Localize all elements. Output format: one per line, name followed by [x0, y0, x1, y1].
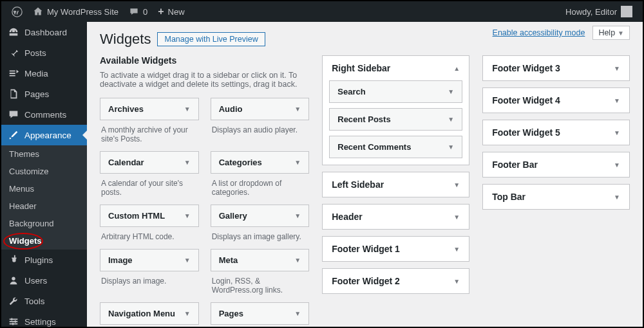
menu-item-settings[interactable]: Settings	[1, 311, 87, 328]
new-label: New	[168, 7, 185, 17]
help-button[interactable]: Help ▼	[592, 26, 630, 40]
widget-handle-image[interactable]: Image▼	[100, 249, 199, 271]
pin-icon	[8, 47, 19, 59]
widget-handle-meta[interactable]: Meta▼	[211, 249, 310, 271]
menu-item-users[interactable]: Users	[1, 270, 87, 291]
menu-item-plugins[interactable]: Plugins	[1, 250, 87, 270]
chevron-down-icon: ▼	[184, 310, 191, 317]
chevron-up-icon: ▲	[453, 65, 460, 72]
widget-areas-column-1: Right Sidebar▲Search▼Recent Posts▼Recent…	[322, 55, 469, 327]
area-toggle[interactable]: Footer Widget 4▼	[483, 88, 629, 113]
area-toggle[interactable]: Footer Widget 3▼	[483, 56, 629, 80]
media-icon	[8, 68, 19, 79]
submenu-customize[interactable]: Customize	[1, 163, 87, 180]
content-area: Enable accessibility mode Help ▼ Widgets…	[87, 22, 643, 327]
available-widget: Calendar▼A calendar of your site's posts…	[100, 151, 199, 197]
available-widget: Navigation Menu▼Add a navigation menu to…	[100, 302, 199, 327]
screen-links: Enable accessibility mode Help ▼	[493, 26, 630, 40]
widget-description: Arbitrary HTML code.	[100, 227, 199, 241]
area-toggle[interactable]: Footer Widget 2▼	[323, 269, 469, 293]
menu-item-comments[interactable]: Comments	[1, 104, 87, 125]
svg-point-1	[12, 277, 15, 280]
widget-name: Recent Comments	[337, 142, 411, 152]
menu-item-media[interactable]: Media	[1, 63, 87, 84]
menu-item-appearance[interactable]: Appearance	[1, 125, 87, 145]
available-widget: Audio▼Displays an audio player.	[211, 98, 310, 143]
widget-area-footer bar: Footer Bar▼	[482, 152, 630, 178]
widget-area-left sidebar: Left Sidebar▼	[322, 172, 469, 197]
chevron-down-icon: ▼	[618, 30, 624, 37]
area-name: Footer Widget 5	[492, 127, 560, 138]
menu-item-pages[interactable]: Pages	[1, 84, 87, 104]
widget-description: Login, RSS, & WordPress.org links.	[211, 271, 310, 295]
widget-area-header: Header▼	[322, 204, 469, 230]
menu-label: Tools	[24, 296, 45, 306]
menu-label: Settings	[24, 317, 56, 327]
avatar	[621, 6, 632, 17]
widget-handle-custom html[interactable]: Custom HTML▼	[100, 205, 199, 227]
menu-item-dashboard[interactable]: Dashboard	[1, 22, 87, 42]
svg-rect-2	[10, 319, 18, 320]
area-toggle[interactable]: Left Sidebar▼	[323, 172, 469, 197]
submenu-menus[interactable]: Menus	[1, 180, 87, 197]
plug-icon	[8, 254, 19, 266]
menu-label: Posts	[24, 48, 46, 58]
comment-icon	[129, 6, 139, 17]
menu-label: Dashboard	[24, 28, 67, 37]
menu-item-tools[interactable]: Tools	[1, 291, 87, 311]
submenu-themes[interactable]: Themes	[1, 145, 87, 163]
comments-link[interactable]: 0	[124, 1, 153, 22]
submenu-widgets[interactable]: Widgets	[1, 232, 87, 250]
area-toggle[interactable]: Right Sidebar▲	[323, 56, 469, 80]
widget-handle-calendar[interactable]: Calendar▼	[100, 151, 199, 174]
area-toggle[interactable]: Footer Bar▼	[483, 152, 629, 177]
widget-handle-categories[interactable]: Categories▼	[211, 151, 310, 174]
submenu-background[interactable]: Background	[1, 215, 87, 232]
available-widget: Meta▼Login, RSS, & WordPress.org links.	[211, 249, 310, 295]
placed-widget-recent comments[interactable]: Recent Comments▼	[329, 136, 462, 158]
available-widget: Custom HTML▼Arbitrary HTML code.	[100, 205, 199, 241]
home-icon	[33, 6, 43, 17]
wp-logo[interactable]	[6, 1, 28, 22]
widget-handle-pages[interactable]: Pages▼	[211, 302, 310, 325]
svg-point-0	[12, 6, 22, 16]
available-widgets-column: Available Widgets To activate a widget d…	[100, 55, 309, 327]
help-label: Help	[598, 28, 615, 37]
placed-widget-recent posts[interactable]: Recent Posts▼	[329, 108, 462, 131]
placed-widget-search[interactable]: Search▼	[329, 80, 462, 103]
widget-name: Calendar	[108, 158, 144, 167]
widget-description: Displays an image.	[100, 271, 199, 286]
live-preview-button[interactable]: Manage with Live Preview	[157, 32, 265, 46]
svg-rect-5	[11, 318, 12, 321]
area-toggle[interactable]: Header▼	[323, 205, 469, 229]
area-toggle[interactable]: Footer Widget 5▼	[483, 120, 629, 145]
settings-icon	[8, 316, 19, 327]
widget-areas-column-2: Footer Widget 3▼Footer Widget 4▼Footer W…	[482, 55, 630, 327]
widget-handle-navigation menu[interactable]: Navigation Menu▼	[100, 302, 199, 325]
chevron-down-icon: ▼	[614, 65, 620, 72]
area-name: Footer Bar	[492, 159, 538, 170]
widget-name: Archives	[108, 104, 144, 114]
submenu-header[interactable]: Header	[1, 197, 87, 215]
widget-handle-audio[interactable]: Audio▼	[211, 98, 310, 120]
area-name: Footer Widget 1	[332, 244, 400, 254]
howdy-account[interactable]: Howdy, Editor	[560, 1, 638, 22]
widget-handle-archives[interactable]: Archives▼	[100, 98, 199, 120]
area-toggle[interactable]: Footer Widget 1▼	[323, 237, 469, 261]
menu-label: Appearance	[24, 131, 71, 140]
menu-item-posts[interactable]: Posts	[1, 42, 87, 63]
new-content[interactable]: + New	[153, 1, 189, 22]
widget-handle-gallery[interactable]: Gallery▼	[211, 205, 310, 227]
chevron-down-icon: ▼	[453, 214, 460, 221]
available-widget: Archives▼A monthly archive of your site'…	[100, 98, 199, 143]
menu-label: Plugins	[24, 255, 53, 265]
comment-icon	[8, 109, 19, 120]
accessibility-mode-link[interactable]: Enable accessibility mode	[493, 28, 585, 37]
page-title: Widgets	[100, 31, 151, 48]
available-widget: Categories▼A list or dropdown of categor…	[211, 151, 310, 197]
chevron-down-icon: ▼	[614, 129, 620, 136]
area-toggle[interactable]: Top Bar▼	[483, 185, 629, 209]
available-widget: Image▼Displays an image.	[100, 249, 199, 295]
chevron-down-icon: ▼	[448, 143, 454, 150]
site-home[interactable]: My WordPress Site	[28, 1, 124, 22]
